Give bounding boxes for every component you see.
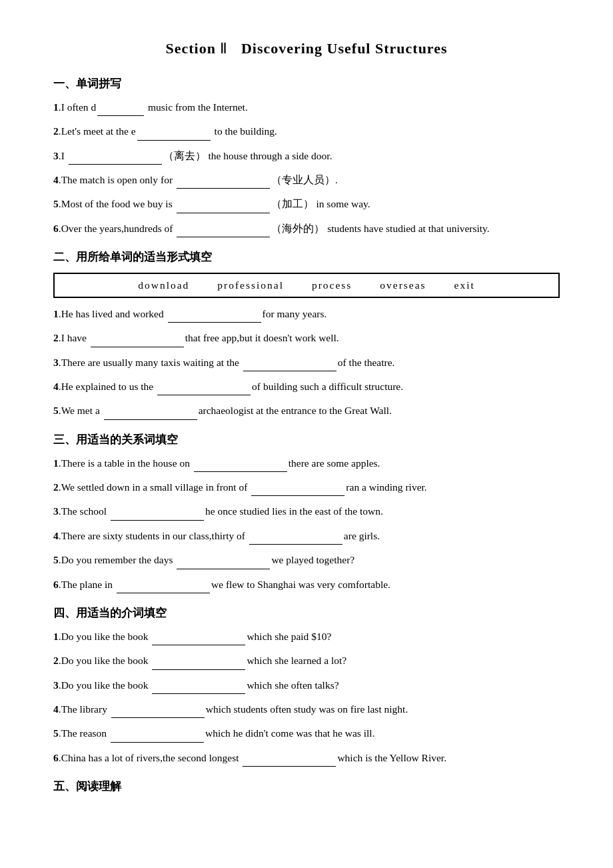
part2-section: 二、用所给单词的适当形式填空 download professional pro… (53, 249, 560, 420)
part4-heading: 四、用适当的介词填空 (53, 605, 560, 621)
part1-heading: 一、单词拼写 (53, 76, 560, 91)
blank-4-3[interactable] (152, 676, 245, 694)
q4-5: 5.The reason which he didn't come was th… (53, 724, 560, 742)
q2-1: 1.He has lived and worked for many years… (53, 305, 560, 323)
blank-1-2[interactable] (137, 122, 211, 140)
part2-heading: 二、用所给单词的适当形式填空 (53, 249, 560, 265)
blank-3-1[interactable] (194, 454, 287, 472)
roman-numeral: Ⅱ (220, 40, 228, 57)
q4-3: 3.Do you like the book which she often t… (53, 676, 560, 694)
q2-3: 3.There are usually many taxis waiting a… (53, 353, 560, 371)
q1-1: 1.I often d music from the Internet. (53, 98, 560, 116)
q1-6: 6.Over the years,hundreds of （海外的） stude… (53, 219, 560, 237)
q1-3: 3.I （离去） the house through a side door. (53, 147, 560, 165)
blank-3-6[interactable] (117, 575, 210, 593)
q2-4: 4.He explained to us the of building suc… (53, 377, 560, 395)
q4-6: 6.China has a lot of rivers,the second l… (53, 749, 560, 767)
q1-2: 2.Let's meet at the e to the building. (53, 122, 560, 140)
blank-4-5[interactable] (111, 724, 204, 742)
blank-2-1[interactable] (168, 305, 261, 323)
q2-2: 2.I have that free app,but it doesn't wo… (53, 329, 560, 347)
section-label: Section (165, 40, 215, 57)
q4-4: 4.The library which students often study… (53, 700, 560, 718)
q1-4: 4.The match is open only for （专业人员）. (53, 171, 560, 189)
blank-4-6[interactable] (243, 749, 336, 767)
q3-3: 3.The school he once studied lies in the… (53, 502, 560, 520)
blank-3-3[interactable] (111, 502, 204, 520)
blank-3-5[interactable] (177, 551, 270, 569)
blank-1-5[interactable] (177, 195, 270, 213)
part3-section: 三、用适当的关系词填空 1.There is a table in the ho… (53, 432, 560, 593)
q3-2: 2.We settled down in a small village in … (53, 478, 560, 496)
subtitle: Discovering Useful Structures (241, 40, 448, 57)
q2-5: 5.We met a archaeologist at the entrance… (53, 401, 560, 419)
q3-6: 6.The plane in we flew to Shanghai was v… (53, 575, 560, 593)
page-title: Section Ⅱ Discovering Useful Structures (53, 40, 560, 57)
blank-1-1[interactable] (97, 98, 144, 116)
q3-4: 4.There are sixty students in our class,… (53, 527, 560, 545)
blank-1-4[interactable] (177, 171, 270, 189)
part1-section: 一、单词拼写 1.I often d music from the Intern… (53, 76, 560, 237)
blank-2-2[interactable] (91, 329, 184, 347)
q4-2: 2.Do you like the book which she learned… (53, 651, 560, 669)
q1-5: 5.Most of the food we buy is （加工） in som… (53, 195, 560, 213)
q3-5: 5.Do you remember the days we played tog… (53, 551, 560, 569)
q3-1: 1.There is a table in the house on there… (53, 454, 560, 472)
blank-2-5[interactable] (104, 401, 197, 419)
blank-4-1[interactable] (152, 627, 245, 645)
blank-1-6[interactable] (177, 219, 270, 237)
blank-4-4[interactable] (111, 700, 205, 718)
part4-section: 四、用适当的介词填空 1.Do you like the book which … (53, 605, 560, 767)
blank-2-4[interactable] (157, 377, 251, 395)
q4-1: 1.Do you like the book which she paid $1… (53, 627, 560, 645)
part5-heading: 五、阅读理解 (53, 779, 560, 794)
blank-3-2[interactable] (251, 478, 344, 496)
blank-2-3[interactable] (243, 353, 336, 371)
part3-heading: 三、用适当的关系词填空 (53, 432, 560, 447)
blank-4-2[interactable] (152, 651, 245, 669)
part5-section: 五、阅读理解 (53, 779, 560, 794)
blank-3-4[interactable] (249, 527, 342, 545)
word-box: download professional process overseas e… (53, 273, 560, 298)
blank-1-3[interactable] (69, 147, 162, 165)
